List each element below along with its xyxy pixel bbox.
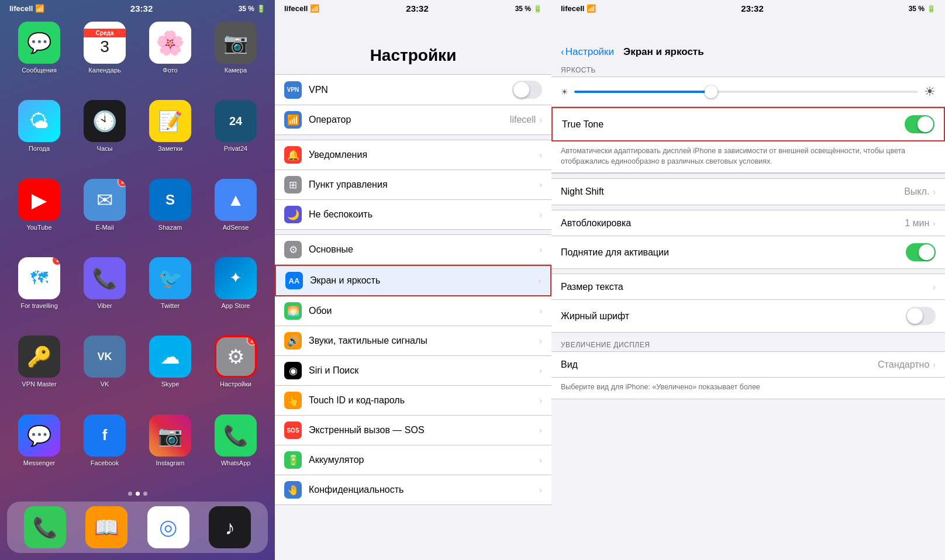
dock-music[interactable]: ♪ xyxy=(209,506,251,548)
app-privat24[interactable]: 24 Privat24 xyxy=(206,100,265,168)
detail-row-textsize[interactable]: Размер текста › xyxy=(551,274,945,300)
brightness-slider[interactable] xyxy=(574,91,918,93)
app-icon-settings[interactable]: ⚙ 1 xyxy=(215,336,257,378)
app-icon-vk[interactable]: VK xyxy=(84,336,126,378)
app-icon-messages[interactable]: 💬 xyxy=(18,22,60,64)
app-viber[interactable]: 📞 Viber xyxy=(75,257,134,325)
detail-row-view[interactable]: Вид Стандартно › xyxy=(551,352,945,378)
app-icon-skype[interactable]: ☁ xyxy=(149,336,191,378)
app-icon-phone[interactable]: 📞 xyxy=(24,506,66,548)
settings-row-sos[interactable]: SOS Экстренный вызов — SOS › xyxy=(275,416,551,445)
toggle-bold[interactable] xyxy=(906,307,936,325)
brightness-thumb[interactable] xyxy=(705,85,718,98)
app-vk[interactable]: VK VK xyxy=(75,336,134,403)
app-shazam[interactable]: S Shazam xyxy=(140,179,200,247)
app-icon-notes[interactable]: 📝 xyxy=(149,100,191,142)
app-icon-messenger[interactable]: 💬 xyxy=(18,414,60,457)
app-adsense[interactable]: ▲ AdSense xyxy=(206,179,265,247)
detail-row-autolock[interactable]: Автоблокировка 1 мин › xyxy=(551,210,945,236)
settings-label-wallpaper: Обои xyxy=(309,306,539,316)
settings-row-privacy[interactable]: 🤚 Конфиденциальность › xyxy=(275,475,551,504)
settings-row-vpn[interactable]: VPN VPN xyxy=(275,75,551,105)
dock-books[interactable]: 📖 xyxy=(85,506,127,548)
app-label-privat24: Privat24 xyxy=(224,145,247,153)
app-notes[interactable]: 📝 Заметки xyxy=(140,100,200,168)
app-icon-twitter[interactable]: 🐦 xyxy=(149,257,191,299)
back-button[interactable]: ‹ Настройки xyxy=(561,46,614,58)
app-icon-privat24[interactable]: 24 xyxy=(215,100,257,142)
settings-row-display[interactable]: AA Экран и яркость › xyxy=(275,265,551,296)
app-icon-camera[interactable]: 📷 xyxy=(215,22,257,64)
app-appstore[interactable]: ✦ App Store xyxy=(206,257,265,325)
detail-nav: ‹ Настройки Экран и яркость xyxy=(551,16,945,63)
dock-chrome[interactable]: ◎ xyxy=(147,506,189,548)
app-label-adsense: AdSense xyxy=(223,224,249,231)
detail-row-truetone[interactable]: True Tone xyxy=(551,107,945,141)
settings-row-notifications[interactable]: 🔔 Уведомления › xyxy=(275,140,551,170)
settings-icon-touchid: 👆 xyxy=(284,392,302,409)
app-icon-chrome[interactable]: ◎ xyxy=(147,506,189,548)
app-clock[interactable]: 🕙 Часы xyxy=(75,100,134,168)
battery-text-settings: 35 % xyxy=(515,5,531,13)
chevron-touchid: › xyxy=(539,396,542,405)
app-youtube[interactable]: ▶ YouTube xyxy=(9,179,69,247)
app-skype[interactable]: ☁ Skype xyxy=(140,336,200,403)
toggle-vpn[interactable] xyxy=(512,81,542,99)
chevron-view: › xyxy=(933,360,936,369)
settings-row-donotdisturb[interactable]: 🌙 Не беспокоить › xyxy=(275,200,551,229)
app-icon-viber[interactable]: 📞 xyxy=(84,257,126,299)
app-messenger[interactable]: 💬 Messenger xyxy=(9,414,69,482)
app-icon-adsense[interactable]: ▲ xyxy=(215,179,257,221)
app-icon-weather[interactable]: 🌤 xyxy=(18,100,60,142)
detail-row-raisetowake[interactable]: Поднятие для активации xyxy=(551,236,945,268)
app-weather[interactable]: 🌤 Погода xyxy=(9,100,69,168)
toggle-raisetowake[interactable] xyxy=(906,243,936,261)
settings-label-battery: Аккумулятор xyxy=(309,455,539,465)
app-icon-clock[interactable]: 🕙 xyxy=(84,100,126,142)
app-maps[interactable]: 🗺 1 For travelling xyxy=(9,257,69,325)
app-instagram[interactable]: 📷 Instagram xyxy=(140,414,200,482)
page-dot-2 xyxy=(136,492,140,496)
brightness-slider-row[interactable]: ☀ ☀ xyxy=(551,77,945,107)
app-email[interactable]: ✉ 2 E-Mail xyxy=(75,179,134,247)
app-icon-shazam[interactable]: S xyxy=(149,179,191,221)
app-calendar[interactable]: Среда 3 Календарь xyxy=(75,22,134,89)
wifi-icon-home: 📶 xyxy=(35,4,44,13)
app-photos[interactable]: 🌸 Фото xyxy=(140,22,200,89)
app-whatsapp[interactable]: 📞 WhatsApp xyxy=(206,414,265,482)
settings-row-controlcenter[interactable]: ⊞ Пункт управления › xyxy=(275,170,551,200)
app-icon-maps[interactable]: 🗺 1 xyxy=(18,257,60,299)
detail-row-nightshift[interactable]: Night Shift Выкл. › xyxy=(551,179,945,205)
app-facebook[interactable]: f Facebook xyxy=(75,414,134,482)
nightshift-label: Night Shift xyxy=(561,186,904,197)
app-icon-email[interactable]: ✉ 2 xyxy=(84,179,126,221)
app-icon-calendar[interactable]: Среда 3 xyxy=(84,22,126,64)
settings-row-sounds[interactable]: 🔊 Звуки, тактильные сигналы › xyxy=(275,326,551,356)
detail-row-bold[interactable]: Жирный шрифт xyxy=(551,300,945,332)
app-settings[interactable]: ⚙ 1 Настройки xyxy=(206,336,265,403)
settings-row-general[interactable]: ⚙ Основные › xyxy=(275,235,551,265)
app-vpnmaster[interactable]: 🔑 VPN Master xyxy=(9,336,69,403)
app-icon-facebook[interactable]: f xyxy=(84,414,126,457)
app-messages[interactable]: 💬 Сообщения xyxy=(9,22,69,89)
app-twitter[interactable]: 🐦 Twitter xyxy=(140,257,200,325)
app-icon-appstore[interactable]: ✦ xyxy=(215,257,257,299)
app-icon-instagram[interactable]: 📷 xyxy=(149,414,191,457)
settings-row-siri[interactable]: ◉ Siri и Поиск › xyxy=(275,356,551,386)
app-icon-whatsapp[interactable]: 📞 xyxy=(215,414,257,457)
settings-label-vpn: VPN xyxy=(309,85,512,95)
settings-row-battery[interactable]: 🔋 Аккумулятор › xyxy=(275,445,551,475)
app-icon-vpnmaster[interactable]: 🔑 xyxy=(18,336,60,378)
settings-row-touchid[interactable]: 👆 Touch ID и код-пароль › xyxy=(275,386,551,416)
app-icon-books[interactable]: 📖 xyxy=(85,506,127,548)
page-dot-1 xyxy=(128,492,132,496)
settings-row-carrier[interactable]: 📶 Оператор lifecell › xyxy=(275,105,551,134)
app-icon-youtube[interactable]: ▶ xyxy=(18,179,60,221)
app-icon-photos[interactable]: 🌸 xyxy=(149,22,191,64)
settings-row-wallpaper[interactable]: 🌅 Обои › xyxy=(275,296,551,326)
dock-phone[interactable]: 📞 xyxy=(24,506,66,548)
app-label-clock: Часы xyxy=(97,145,113,153)
app-camera[interactable]: 📷 Камера xyxy=(206,22,265,89)
toggle-truetone[interactable] xyxy=(905,115,934,133)
app-icon-music[interactable]: ♪ xyxy=(209,506,251,548)
